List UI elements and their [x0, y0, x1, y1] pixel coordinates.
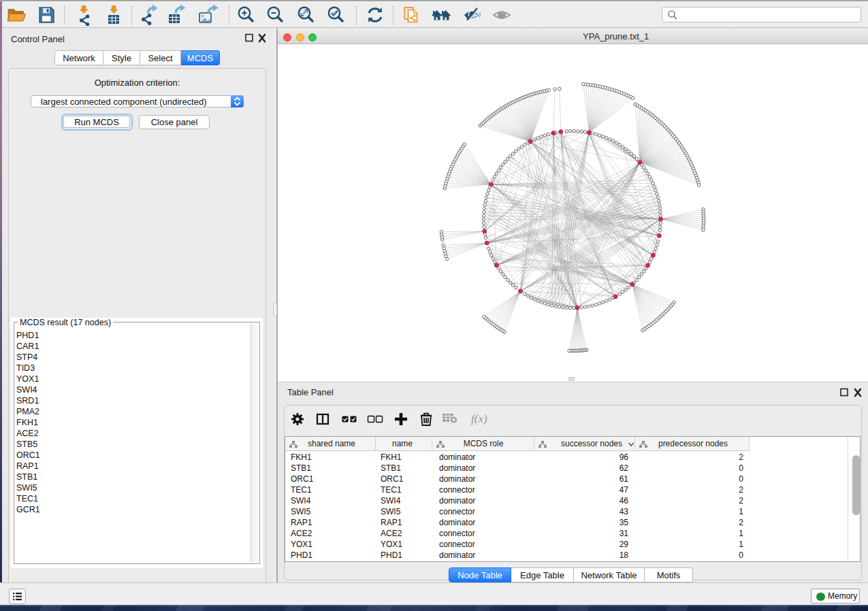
svg-text:f(x): f(x): [471, 412, 487, 425]
